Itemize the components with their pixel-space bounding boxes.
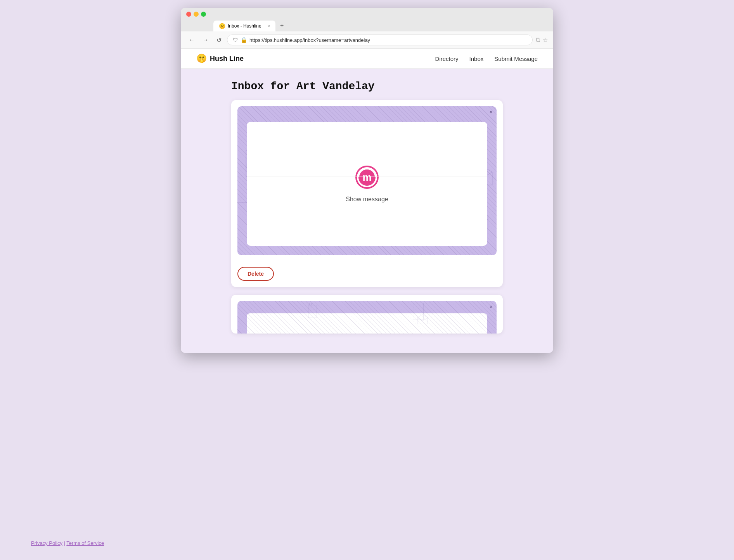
message-inner-2: × (231, 295, 503, 334)
brand-emoji: 🤫 (196, 54, 207, 64)
svg-rect-24 (310, 303, 312, 305)
tab-favicon: 🤫 (219, 23, 225, 29)
browser-controls (186, 12, 548, 17)
preview-close-button-2[interactable]: × (490, 304, 493, 309)
shield-icon: 🛡 (233, 37, 238, 43)
toolbar-right-buttons: ⧉ ☆ (536, 36, 548, 44)
tab-bar: 🤫 Inbox - Hushline × + (213, 20, 548, 31)
reload-button[interactable]: ↺ (214, 35, 224, 45)
main-content: Inbox for Art Vandelay × (216, 69, 518, 353)
back-button[interactable]: ← (186, 35, 197, 45)
app-brand: 🤫 Hush Line (196, 54, 244, 64)
svg-rect-26 (413, 303, 424, 320)
nav-links: Directory Inbox Submit Message (435, 55, 538, 62)
delete-button[interactable]: Delete (237, 267, 274, 281)
brand-name: Hush Line (210, 55, 244, 63)
bookmark-icon[interactable]: ☆ (542, 36, 548, 44)
divider (247, 176, 487, 176)
message-inner: × (231, 100, 503, 261)
svg-rect-25 (312, 303, 314, 305)
browser-content: 🤫 Hush Line Directory Inbox Submit Messa… (181, 49, 553, 353)
message-content-area: m Show message (247, 122, 487, 246)
new-tab-button[interactable]: + (276, 20, 287, 31)
nav-inbox[interactable]: Inbox (469, 55, 484, 62)
active-tab[interactable]: 🤫 Inbox - Hushline × (213, 21, 275, 31)
browser-titlebar: 🤫 Inbox - Hushline × + (181, 8, 553, 31)
nav-directory[interactable]: Directory (435, 55, 459, 62)
message-preview-inner-2 (247, 313, 487, 334)
masto-logo-icon: m (355, 165, 379, 190)
address-url: https://tips.hushline.app/inbox?username… (249, 37, 370, 43)
inbox-title: Inbox for Art Vandelay (231, 80, 503, 92)
preview-close-button[interactable]: × (490, 109, 493, 115)
share-icon[interactable]: ⧉ (536, 36, 540, 43)
nav-submit-message[interactable]: Submit Message (494, 55, 538, 62)
svg-rect-23 (308, 305, 317, 318)
show-message-label: Show message (346, 196, 388, 203)
browser-window: 🤫 Inbox - Hushline × + ← → ↺ 🛡 🔒 https:/… (181, 8, 553, 353)
maximize-dot[interactable] (201, 12, 206, 17)
close-dot[interactable] (186, 12, 191, 17)
tab-close-button[interactable]: × (268, 24, 270, 28)
minimize-dot[interactable] (194, 12, 199, 17)
message-preview-box-2: × (237, 301, 497, 334)
lock-icon: 🔒 (241, 37, 247, 43)
browser-toolbar: ← → ↺ 🛡 🔒 https://tips.hushline.app/inbo… (181, 31, 553, 49)
message-card: × (231, 100, 503, 287)
message-preview-box: × (237, 106, 497, 255)
app-navbar: 🤫 Hush Line Directory Inbox Submit Messa… (181, 49, 553, 69)
forward-button[interactable]: → (200, 35, 211, 45)
background-pattern-2 (237, 301, 497, 334)
svg-text:m: m (362, 171, 371, 183)
tab-title: Inbox - Hushline (228, 23, 261, 29)
message-card-2: × (231, 295, 503, 334)
address-bar[interactable]: 🛡 🔒 https://tips.hushline.app/inbox?user… (227, 35, 533, 45)
